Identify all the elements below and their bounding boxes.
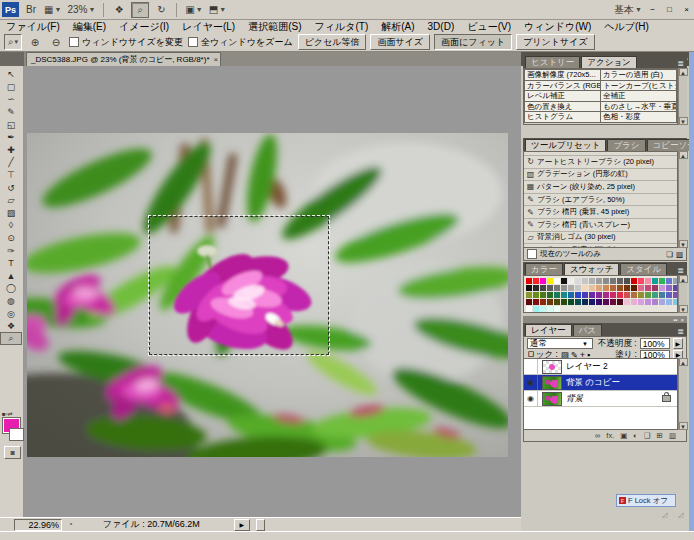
color-swatch[interactable]: [624, 285, 630, 291]
quick-selection-tool[interactable]: ✎: [0, 106, 22, 119]
color-swatch[interactable]: [617, 292, 623, 298]
actions-scrollbar[interactable]: ▲▼: [678, 68, 687, 125]
menu-item[interactable]: イメージ(I): [119, 20, 169, 34]
swatches-scrollbar[interactable]: ▲▼: [678, 275, 687, 313]
color-swatch[interactable]: [533, 306, 539, 312]
action-button[interactable]: カラーの適用 (白): [601, 70, 676, 80]
color-swatch[interactable]: [561, 299, 567, 305]
color-swatch[interactable]: [631, 292, 637, 298]
color-swatch[interactable]: [596, 299, 602, 305]
opacity-slider-icon[interactable]: ▶: [673, 338, 683, 349]
crop-tool[interactable]: ◱: [0, 118, 22, 131]
scroll-up-icon[interactable]: ▲: [679, 275, 688, 283]
color-swatch[interactable]: [582, 278, 588, 284]
color-swatch[interactable]: [645, 299, 651, 305]
status-options-button[interactable]: ▶: [234, 519, 250, 531]
color-swatch[interactable]: [596, 278, 602, 284]
color-swatch[interactable]: [568, 278, 574, 284]
action-button[interactable]: 色相・彩度: [601, 112, 676, 122]
visibility-eye-icon[interactable]: ◉: [524, 375, 538, 390]
action-button[interactable]: ものさし→水平・垂直...: [601, 102, 676, 112]
pen-tool[interactable]: ✑: [0, 244, 22, 257]
tool-presets-tab[interactable]: ツールプリセット: [525, 139, 606, 151]
color-swatch[interactable]: [659, 299, 665, 305]
tool-preset-item[interactable]: ▱背景消しゴム (30 pixel): [524, 232, 677, 245]
lasso-tool[interactable]: ∽: [0, 93, 22, 106]
color-swatch[interactable]: [631, 299, 637, 305]
gradient-tool[interactable]: ▨: [0, 207, 22, 220]
color-swatch[interactable]: [526, 306, 532, 312]
color-swatch[interactable]: [547, 306, 553, 312]
menu-item[interactable]: 解析(A): [381, 20, 414, 34]
layer-group-icon[interactable]: ❑: [644, 431, 651, 440]
color-swatch[interactable]: [589, 278, 595, 284]
color-swatch[interactable]: [547, 299, 553, 305]
color-swatch[interactable]: [575, 292, 581, 298]
tool-preset-item[interactable]: ✎ブラシ 楕円 (青いスプレー): [524, 219, 677, 232]
color-swatch[interactable]: [526, 299, 532, 305]
layer-row[interactable]: ◉背景: [524, 391, 677, 407]
color-swatch[interactable]: [645, 292, 651, 298]
color-swatch[interactable]: [561, 292, 567, 298]
option-button[interactable]: プリントサイズ: [516, 34, 594, 50]
arrange-documents-icon[interactable]: ▣▼: [184, 3, 203, 17]
scroll-down-icon[interactable]: ▼: [679, 305, 688, 313]
path-selection-tool[interactable]: ▲: [0, 270, 22, 283]
rotate-view-icon[interactable]: ↻: [153, 3, 169, 17]
color-swatch[interactable]: [603, 292, 609, 298]
color-swatch[interactable]: [533, 292, 539, 298]
color-swatch[interactable]: [526, 278, 532, 284]
tool-preset-item[interactable]: ✎ブラシ (エアブラシ, 50%): [524, 194, 677, 207]
layer-style-icon[interactable]: fx.: [606, 431, 614, 440]
color-swatch[interactable]: [610, 299, 616, 305]
color-swatch[interactable]: [603, 285, 609, 291]
color-swatch[interactable]: [533, 299, 539, 305]
color-swatch[interactable]: [596, 285, 602, 291]
layer-row[interactable]: ◉背景 のコピー: [524, 375, 677, 391]
background-color-swatch[interactable]: [9, 428, 24, 441]
menu-item[interactable]: 選択範囲(S): [248, 20, 301, 34]
color-swatch[interactable]: [645, 285, 651, 291]
scroll-up-icon[interactable]: ▲: [679, 68, 688, 76]
type-tool[interactable]: T: [0, 257, 22, 270]
hand-tool-icon[interactable]: ❖: [111, 3, 127, 17]
delete-layer-icon[interactable]: ▥: [669, 431, 676, 440]
eyedropper-tool[interactable]: ✒: [0, 131, 22, 144]
color-swatch[interactable]: [589, 285, 595, 291]
status-divider-handle[interactable]: [256, 519, 265, 531]
zoom-tool-icon[interactable]: ⌕: [131, 2, 149, 18]
menu-item[interactable]: レイヤー(L): [182, 20, 235, 34]
hand-tool[interactable]: ❖: [0, 320, 22, 333]
toolbar-header[interactable]: [0, 52, 24, 66]
tool-presets-scrollbar[interactable]: ▲▼: [678, 151, 687, 248]
action-button[interactable]: レベル補正: [525, 91, 600, 101]
layers-tab[interactable]: パス: [573, 324, 602, 336]
menu-item[interactable]: 3D(D): [428, 21, 455, 32]
close-panel-icon[interactable]: ×: [680, 317, 684, 323]
current-tool-only-checkbox[interactable]: [527, 249, 537, 259]
color-swatch[interactable]: [645, 278, 651, 284]
option-button[interactable]: ピクセル等倍: [298, 34, 367, 50]
option-button[interactable]: 画面サイズ: [370, 34, 430, 50]
menu-item[interactable]: ファイル(F): [6, 20, 60, 34]
history-brush-tool[interactable]: ↺: [0, 181, 22, 194]
color-swatch[interactable]: [603, 299, 609, 305]
color-swatch[interactable]: [540, 285, 546, 291]
color-swatch[interactable]: [540, 278, 546, 284]
color-swatch[interactable]: [582, 292, 588, 298]
quick-mask-icon[interactable]: ◙: [4, 446, 21, 459]
resize-windows-checkbox[interactable]: ウィンドウサイズを変更: [69, 36, 183, 49]
dock-resize-grabber[interactable]: ◿: [662, 511, 667, 519]
swatches-tab[interactable]: スタイル: [620, 263, 667, 275]
delete-preset-icon[interactable]: ▥: [676, 250, 683, 259]
color-swatch[interactable]: [624, 292, 630, 298]
zoom-out-icon[interactable]: ⊖: [48, 35, 64, 49]
bridge-icon[interactable]: Br: [23, 3, 39, 17]
color-swatch[interactable]: [526, 285, 532, 291]
color-swatch[interactable]: [554, 278, 560, 284]
zoom-level-select[interactable]: 23%▼: [66, 3, 96, 17]
menu-item[interactable]: ウィンドウ(W): [524, 20, 591, 34]
color-swatch[interactable]: [666, 292, 672, 298]
color-swatch[interactable]: [554, 292, 560, 298]
color-swatch[interactable]: [617, 285, 623, 291]
